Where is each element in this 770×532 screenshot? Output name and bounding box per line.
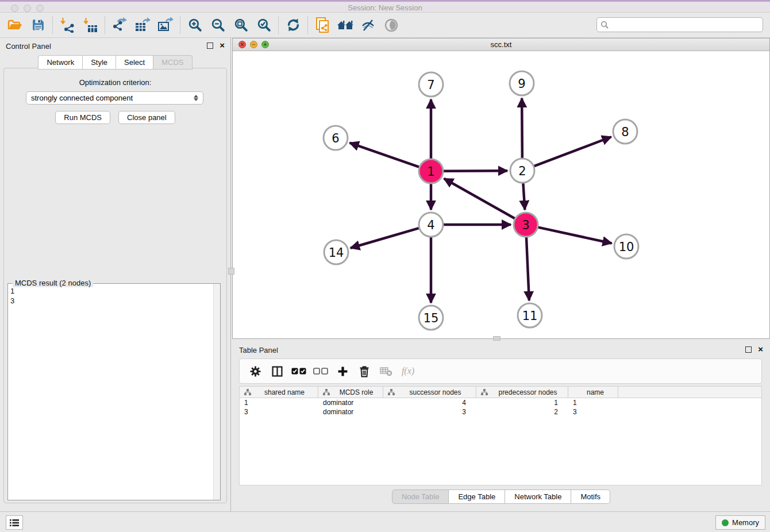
import-table-icon[interactable]	[79, 15, 102, 36]
node-label-7: 7	[427, 78, 434, 92]
list-icon	[9, 519, 20, 527]
tab-network-table[interactable]: Network Table	[505, 489, 571, 504]
window-titlebar: Session: New Session	[0, 0, 770, 13]
mcds-result-line: 3	[10, 296, 211, 306]
column-header-predecessor-nodes[interactable]: predecessor nodes	[476, 387, 568, 398]
close-panel-icon[interactable]: ×	[220, 40, 225, 51]
run-mcds-button[interactable]: Run MCDS	[55, 111, 110, 124]
toolbar-separator	[105, 17, 105, 34]
tab-edge-table[interactable]: Edge Table	[449, 489, 505, 504]
deselect-all-icon[interactable]	[310, 361, 332, 381]
table-panel: Table Panel ×	[232, 342, 770, 511]
node-label-14: 14	[329, 246, 344, 260]
table-panel-tabs: Node TableEdge TableNetwork TableMotifs	[232, 489, 770, 504]
tab-select[interactable]: Select	[116, 55, 153, 70]
delete-column-trash-icon[interactable]	[353, 361, 375, 381]
export-network-icon[interactable]	[108, 15, 131, 36]
node-label-2: 2	[518, 164, 526, 178]
node-label-11: 11	[522, 309, 538, 323]
mcds-result-line: 1	[10, 286, 211, 296]
task-history-button[interactable]	[6, 515, 23, 530]
edge-1-6[interactable]	[350, 143, 419, 167]
network-resize-handle[interactable]	[493, 336, 500, 341]
table-settings-gear-icon[interactable]	[244, 361, 266, 381]
edge-3-1[interactable]	[444, 179, 515, 218]
tab-motifs[interactable]: Motifs	[571, 489, 610, 504]
zoom-in-icon[interactable]	[183, 15, 206, 36]
edge-3-11[interactable]	[526, 237, 529, 300]
window-title: Session: New Session	[0, 3, 770, 12]
tab-mcds[interactable]: MCDS	[153, 55, 192, 70]
node-label-10: 10	[619, 240, 634, 254]
node-label-1: 1	[427, 165, 434, 179]
cell-name: 3	[568, 407, 618, 417]
open-session-icon[interactable]	[3, 15, 26, 36]
search-icon	[600, 21, 609, 29]
export-table-icon[interactable]	[131, 15, 154, 36]
select-all-icon[interactable]	[288, 361, 310, 381]
float-table-panel-icon[interactable]	[745, 346, 752, 353]
tab-node-table[interactable]: Node Table	[392, 489, 449, 504]
criterion-select[interactable]: strongly connected component	[26, 91, 203, 105]
duplicate-network-icon[interactable]	[311, 15, 334, 36]
export-image-icon[interactable]	[154, 15, 177, 36]
cell-mcds-role: dominator	[318, 407, 383, 417]
zoom-out-icon[interactable]	[206, 15, 229, 36]
edge-3-10[interactable]	[538, 228, 611, 244]
status-bar: Memory	[0, 511, 770, 532]
column-view-icon[interactable]	[266, 361, 288, 381]
vertical-splitter-handle[interactable]	[228, 268, 234, 275]
close-table-panel-icon[interactable]: ×	[758, 344, 763, 354]
control-panel-tabs: NetworkStyleSelectMCDS	[0, 55, 230, 70]
network-canvas[interactable]: 7968124314101511	[233, 51, 769, 338]
control-panel: Control Panel × NetworkStyleSelectMCDS O…	[0, 38, 231, 511]
table-panel-title: Table Panel	[239, 346, 278, 354]
close-panel-button[interactable]: Close panel	[118, 111, 175, 124]
float-panel-icon[interactable]	[207, 43, 213, 49]
zoom-fit-icon[interactable]	[229, 15, 252, 36]
edge-2-9[interactable]	[522, 98, 522, 158]
table-body: 1dominator4113dominator323	[240, 398, 761, 417]
hide-selected-icon[interactable]	[357, 15, 380, 36]
network-view-window: × − + scc.txt 7968124314101511	[232, 38, 770, 339]
cell-name: 1	[568, 398, 618, 407]
table-header-row: shared nameMCDS rolesuccessor nodesprede…	[240, 387, 761, 398]
cell-shared-name: 3	[240, 407, 318, 417]
column-header-name[interactable]: name	[568, 387, 618, 398]
delete-table-icon[interactable]	[375, 361, 397, 381]
edge-2-8[interactable]	[534, 137, 611, 166]
result-scrollbar[interactable]	[213, 284, 220, 500]
first-neighbors-icon[interactable]	[334, 15, 357, 36]
show-all-icon[interactable]	[380, 15, 403, 36]
import-network-icon[interactable]	[56, 15, 79, 36]
memory-label: Memory	[732, 518, 759, 527]
main-toolbar	[0, 13, 770, 38]
tab-network[interactable]: Network	[38, 55, 83, 70]
node-label-15: 15	[424, 311, 439, 325]
cell-shared-name: 1	[240, 398, 318, 407]
mcds-panel: Optimization criterion: strongly connect…	[3, 68, 227, 503]
column-header-mcds-role[interactable]: MCDS role	[318, 387, 383, 398]
zoom-selected-icon[interactable]	[252, 15, 275, 36]
refresh-layout-icon[interactable]	[282, 15, 305, 36]
add-column-icon[interactable]	[332, 361, 353, 381]
column-header-shared-name[interactable]: shared name	[240, 387, 318, 398]
edge-1-2[interactable]	[444, 171, 507, 171]
tab-style[interactable]: Style	[83, 55, 116, 70]
table-row[interactable]: 3dominator323	[240, 407, 761, 417]
table-row[interactable]: 1dominator411	[240, 398, 761, 407]
network-window-title: scc.txt	[233, 40, 769, 49]
memory-button[interactable]: Memory	[715, 515, 765, 530]
cell-predecessor-nodes: 2	[476, 407, 568, 417]
edge-2-3[interactable]	[523, 183, 525, 210]
function-builder-icon[interactable]: f(x)	[397, 361, 419, 381]
cell-successor-nodes: 3	[383, 407, 476, 417]
search-input[interactable]	[611, 21, 759, 29]
criterion-value: strongly connected component	[31, 94, 194, 102]
node-table: shared nameMCDS rolesuccessor nodesprede…	[239, 386, 762, 485]
node-label-9: 9	[518, 77, 525, 91]
edge-4-14[interactable]	[351, 228, 419, 248]
column-header-successor-nodes[interactable]: successor nodes	[383, 387, 476, 398]
save-session-icon[interactable]	[26, 15, 49, 36]
node-label-8: 8	[621, 125, 629, 139]
